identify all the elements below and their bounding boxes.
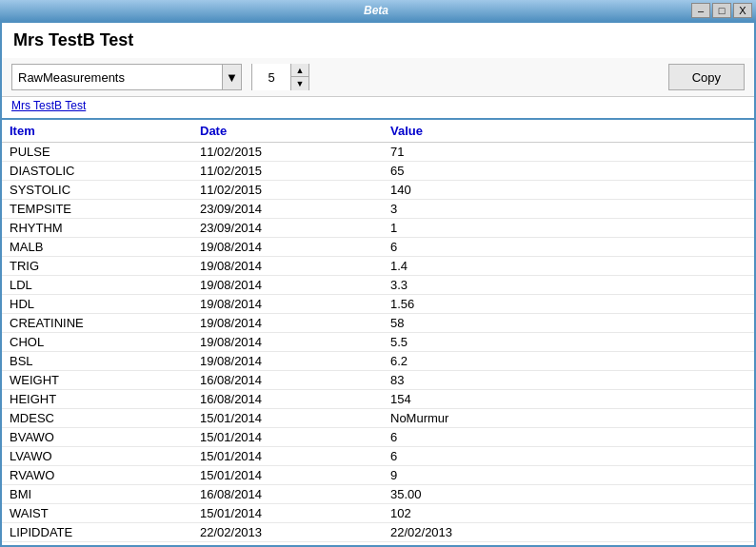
close-button[interactable]: X bbox=[733, 3, 752, 18]
title-bar-controls: – □ X bbox=[691, 3, 752, 18]
table-row: TEMPSITE23/09/20143 bbox=[2, 200, 754, 219]
cell-item: WAIST bbox=[2, 504, 192, 523]
cell-date: 16/08/2014 bbox=[192, 390, 383, 409]
table-row: WEIGHT16/08/201483 bbox=[2, 371, 754, 390]
cell-date: 29/07/2013 bbox=[192, 542, 383, 546]
cell-value: 6 bbox=[383, 447, 754, 466]
cell-date: 16/08/2014 bbox=[192, 485, 383, 504]
cell-value: 102 bbox=[383, 504, 754, 523]
table-row: LIPIDDATE22/02/201322/02/2013 bbox=[2, 523, 754, 542]
cell-item: CREATININE bbox=[2, 314, 192, 333]
spinner-controls: ▲ ▼ bbox=[290, 64, 308, 90]
cell-date: 23/09/2014 bbox=[192, 219, 383, 238]
table-row: HDL19/08/20141.56 bbox=[2, 295, 754, 314]
cell-date: 19/08/2014 bbox=[192, 295, 383, 314]
maximize-button[interactable]: □ bbox=[712, 3, 731, 18]
cell-value: 58 bbox=[383, 314, 754, 333]
table-row: RVAWO15/01/20149 bbox=[2, 466, 754, 485]
cell-value: 1.56 bbox=[383, 295, 754, 314]
title-bar: Beta – □ X bbox=[0, 0, 756, 21]
table-row: CREATININE19/08/201458 bbox=[2, 314, 754, 333]
cell-value: 6 bbox=[383, 428, 754, 447]
cell-value: 6 bbox=[383, 238, 754, 257]
cell-item: BVAWO bbox=[2, 428, 192, 447]
cell-item: MDESC bbox=[2, 409, 192, 428]
table-row: WAIST15/01/2014102 bbox=[2, 504, 754, 523]
table-row: LDL19/08/20143.3 bbox=[2, 276, 754, 295]
spinner-up-button[interactable]: ▲ bbox=[291, 64, 308, 77]
cell-date: 19/08/2014 bbox=[192, 257, 383, 276]
cell-date: 19/08/2014 bbox=[192, 314, 383, 333]
cell-value: 5.5 bbox=[383, 333, 754, 352]
title-bar-text: Beta bbox=[61, 4, 691, 17]
cell-item: CHOL bbox=[2, 333, 192, 352]
cell-value: 71 bbox=[383, 143, 754, 162]
cell-item: LIPIDDATE bbox=[2, 523, 192, 542]
measurements-dropdown-input[interactable] bbox=[12, 65, 222, 89]
cell-date: 11/02/2015 bbox=[192, 162, 383, 181]
cell-value: 1 bbox=[383, 219, 754, 238]
main-window: Mrs TestB Test ▼ ▲ ▼ Copy Mrs TestB Test… bbox=[0, 21, 756, 547]
table-row: PULSE11/02/201571 bbox=[2, 143, 754, 162]
cell-date: 11/02/2015 bbox=[192, 143, 383, 162]
table-row: MDESC15/01/2014NoMurmur bbox=[2, 409, 754, 428]
cell-value: 9 bbox=[383, 466, 754, 485]
cell-date: 19/08/2014 bbox=[192, 276, 383, 295]
cell-date: 23/09/2014 bbox=[192, 200, 383, 219]
cell-value: 3 bbox=[383, 200, 754, 219]
copy-button[interactable]: Copy bbox=[668, 64, 745, 90]
spinner-container: ▲ ▼ bbox=[251, 64, 309, 90]
table-row: BSL19/08/20146.2 bbox=[2, 352, 754, 371]
table-row: MALB19/08/20146 bbox=[2, 238, 754, 257]
cell-value: 35.00 bbox=[383, 485, 754, 504]
header-date: Date bbox=[192, 120, 383, 143]
measurements-table: Item Date Value PULSE11/02/201571DIASTOL… bbox=[2, 120, 754, 545]
cell-item: SYSTOLIC bbox=[2, 181, 192, 200]
window-title: Mrs TestB Test bbox=[2, 23, 754, 58]
cell-item: TEMPSITE bbox=[2, 200, 192, 219]
spinner-input[interactable] bbox=[252, 64, 290, 90]
table-row: FOOTDATE29/07/201329/07/2013 bbox=[2, 542, 754, 546]
cell-date: 16/08/2014 bbox=[192, 371, 383, 390]
table-row: BVAWO15/01/20146 bbox=[2, 428, 754, 447]
cell-value: 154 bbox=[383, 390, 754, 409]
cell-date: 15/01/2014 bbox=[192, 447, 383, 466]
table-header-row: Item Date Value bbox=[2, 120, 754, 143]
cell-date: 11/02/2015 bbox=[192, 181, 383, 200]
cell-value: 1.4 bbox=[383, 257, 754, 276]
cell-value: 140 bbox=[383, 181, 754, 200]
cell-date: 19/08/2014 bbox=[192, 352, 383, 371]
cell-item: BMI bbox=[2, 485, 192, 504]
table-row: DIASTOLIC11/02/201565 bbox=[2, 162, 754, 181]
cell-item: PULSE bbox=[2, 143, 192, 162]
cell-value: 3.3 bbox=[383, 276, 754, 295]
cell-date: 19/08/2014 bbox=[192, 333, 383, 352]
table-row: HEIGHT16/08/2014154 bbox=[2, 390, 754, 409]
cell-item: HEIGHT bbox=[2, 390, 192, 409]
cell-item: RVAWO bbox=[2, 466, 192, 485]
cell-date: 19/08/2014 bbox=[192, 238, 383, 257]
cell-value: 29/07/2013 bbox=[383, 542, 754, 546]
breadcrumb[interactable]: Mrs TestB Test bbox=[2, 97, 754, 118]
cell-item: BSL bbox=[2, 352, 192, 371]
cell-item: LVAWO bbox=[2, 447, 192, 466]
table-row: CHOL19/08/20145.5 bbox=[2, 333, 754, 352]
cell-item: WEIGHT bbox=[2, 371, 192, 390]
header-value: Value bbox=[383, 120, 754, 143]
table-row: BMI16/08/201435.00 bbox=[2, 485, 754, 504]
cell-date: 15/01/2014 bbox=[192, 466, 383, 485]
table-row: TRIG19/08/20141.4 bbox=[2, 257, 754, 276]
cell-item: MALB bbox=[2, 238, 192, 257]
dropdown-wrapper: ▼ bbox=[11, 64, 242, 90]
minimize-button[interactable]: – bbox=[691, 3, 710, 18]
cell-item: HDL bbox=[2, 295, 192, 314]
table-row: SYSTOLIC11/02/2015140 bbox=[2, 181, 754, 200]
cell-date: 22/02/2013 bbox=[192, 523, 383, 542]
cell-date: 15/01/2014 bbox=[192, 504, 383, 523]
cell-value: 22/02/2013 bbox=[383, 523, 754, 542]
dropdown-arrow-icon[interactable]: ▼ bbox=[222, 65, 241, 89]
spinner-down-button[interactable]: ▼ bbox=[291, 77, 308, 90]
table-container: Item Date Value PULSE11/02/201571DIASTOL… bbox=[2, 118, 754, 545]
cell-date: 15/01/2014 bbox=[192, 409, 383, 428]
cell-item: FOOTDATE bbox=[2, 542, 192, 546]
